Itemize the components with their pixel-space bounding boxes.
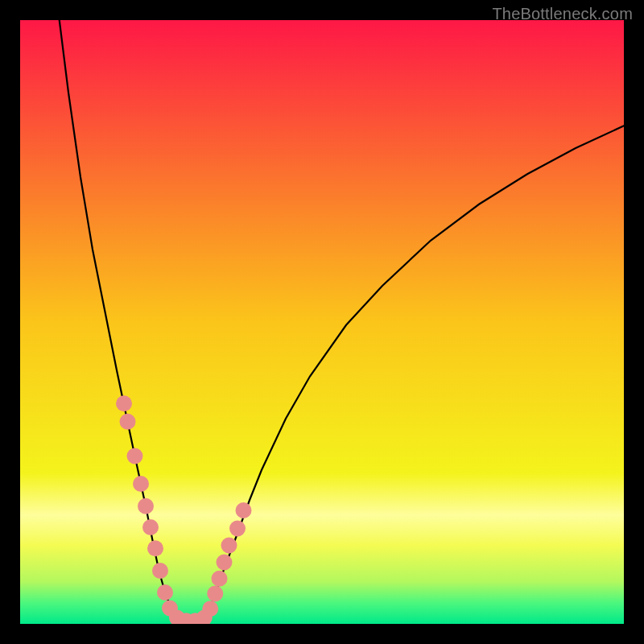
data-point bbox=[152, 563, 168, 579]
data-point bbox=[138, 498, 154, 514]
data-point bbox=[212, 571, 228, 587]
data-point bbox=[217, 555, 233, 571]
data-point bbox=[127, 448, 143, 464]
data-point bbox=[202, 601, 218, 617]
data-point bbox=[142, 519, 159, 535]
data-point bbox=[236, 502, 252, 518]
data-point bbox=[133, 476, 149, 492]
chart-stage: TheBottleneck.com bbox=[0, 0, 644, 644]
chart-svg bbox=[20, 20, 624, 624]
data-point bbox=[120, 414, 136, 430]
data-point bbox=[229, 521, 246, 537]
plot-area bbox=[20, 20, 624, 624]
data-point bbox=[147, 540, 163, 556]
data-point bbox=[116, 395, 132, 411]
data-point bbox=[207, 586, 223, 602]
data-point bbox=[221, 538, 237, 554]
chart-background bbox=[20, 20, 624, 624]
data-point bbox=[157, 584, 173, 601]
